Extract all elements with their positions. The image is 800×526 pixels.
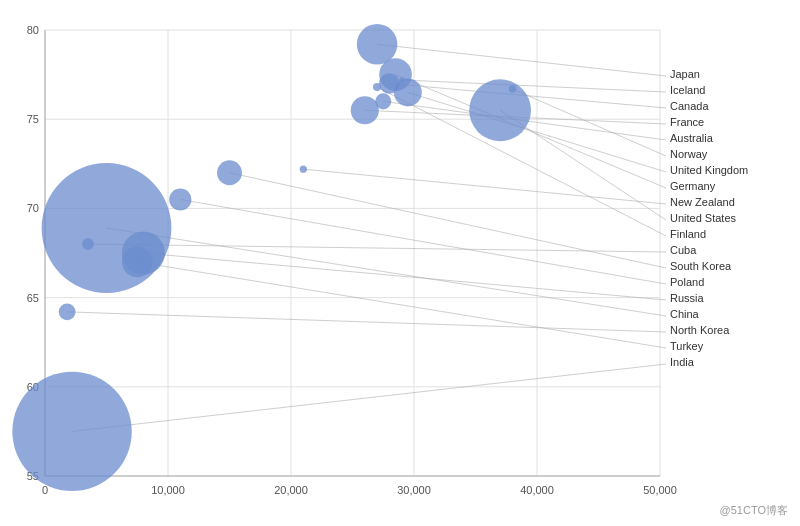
chart-container: 556065707580010,00020,00030,00040,00050,… bbox=[0, 0, 800, 526]
svg-text:Canada: Canada bbox=[670, 100, 709, 112]
svg-point-54 bbox=[300, 166, 307, 173]
svg-text:United States: United States bbox=[670, 212, 737, 224]
svg-point-56 bbox=[373, 83, 381, 91]
svg-point-59 bbox=[169, 188, 191, 210]
svg-text:50,000: 50,000 bbox=[643, 484, 677, 496]
svg-text:Norway: Norway bbox=[670, 148, 708, 160]
svg-text:Poland: Poland bbox=[670, 276, 704, 288]
svg-text:North Korea: North Korea bbox=[670, 324, 730, 336]
svg-text:Australia: Australia bbox=[670, 132, 714, 144]
svg-point-63 bbox=[122, 247, 153, 278]
svg-text:Cuba: Cuba bbox=[670, 244, 697, 256]
svg-text:80: 80 bbox=[27, 24, 39, 36]
svg-point-46 bbox=[357, 24, 398, 65]
svg-text:Iceland: Iceland bbox=[670, 84, 705, 96]
svg-text:20,000: 20,000 bbox=[274, 484, 308, 496]
svg-point-53 bbox=[379, 58, 412, 91]
svg-text:Finland: Finland bbox=[670, 228, 706, 240]
svg-text:India: India bbox=[670, 356, 695, 368]
svg-text:United Kingdom: United Kingdom bbox=[670, 164, 748, 176]
svg-text:New Zealand: New Zealand bbox=[670, 196, 735, 208]
svg-text:0: 0 bbox=[42, 484, 48, 496]
svg-text:South Korea: South Korea bbox=[670, 260, 732, 272]
svg-point-55 bbox=[469, 79, 531, 141]
watermark: @51CTO博客 bbox=[720, 503, 788, 518]
svg-text:30,000: 30,000 bbox=[397, 484, 431, 496]
svg-point-49 bbox=[351, 96, 379, 124]
svg-text:65: 65 bbox=[27, 292, 39, 304]
chart-svg: 556065707580010,00020,00030,00040,00050,… bbox=[0, 0, 800, 526]
svg-point-58 bbox=[217, 160, 242, 185]
svg-point-61 bbox=[42, 163, 172, 293]
svg-point-50 bbox=[375, 93, 391, 109]
svg-point-62 bbox=[59, 303, 76, 320]
svg-text:China: China bbox=[670, 308, 700, 320]
svg-text:France: France bbox=[670, 116, 704, 128]
svg-text:75: 75 bbox=[27, 113, 39, 125]
svg-text:70: 70 bbox=[27, 202, 39, 214]
svg-text:Russia: Russia bbox=[670, 292, 705, 304]
svg-point-64 bbox=[12, 372, 131, 491]
svg-text:Turkey: Turkey bbox=[670, 340, 704, 352]
svg-text:10,000: 10,000 bbox=[151, 484, 185, 496]
svg-text:Japan: Japan bbox=[670, 68, 700, 80]
svg-text:Germany: Germany bbox=[670, 180, 716, 192]
svg-text:40,000: 40,000 bbox=[520, 484, 554, 496]
